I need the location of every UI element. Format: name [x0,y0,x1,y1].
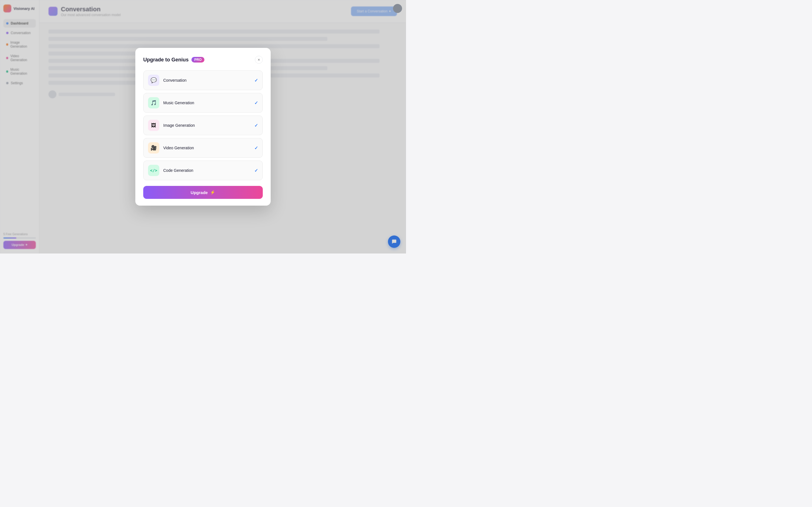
pro-badge: PRO [192,57,204,62]
image-icon: 🖼 [151,122,156,128]
feature-name-video: Video Generation [163,146,194,150]
conversation-icon-wrap: 💬 [148,75,159,86]
music-icon: 🎵 [151,100,157,106]
check-icon-music: ✓ [254,100,258,106]
code-icon: </> [150,168,157,173]
feature-left: 💬 Conversation [148,75,187,86]
feature-left: 🖼 Image Generation [148,120,195,131]
upgrade-modal: Upgrade to Genius PRO × 💬 Conversation ✓… [135,48,271,206]
feature-left: 🎵 Music Generation [148,97,194,108]
upgrade-button[interactable]: Upgrade ⚡ [143,186,263,199]
feature-name-music: Music Generation [163,101,194,105]
conversation-icon: 💬 [151,77,157,83]
feature-name-conversation: Conversation [163,78,187,82]
image-icon-wrap: 🖼 [148,120,159,131]
check-icon-image: ✓ [254,123,258,128]
modal-title: Upgrade to Genius [143,57,189,63]
feature-item-conversation[interactable]: 💬 Conversation ✓ [143,70,263,90]
music-icon-wrap: 🎵 [148,97,159,108]
modal-title-area: Upgrade to Genius PRO [143,57,204,63]
feature-item-code[interactable]: </> Code Generation ✓ [143,161,263,180]
modal-header: Upgrade to Genius PRO × [143,56,263,64]
upgrade-lightning-icon: ⚡ [210,190,215,195]
feature-name-code: Code Generation [163,168,193,173]
feature-item-video[interactable]: 🎥 Video Generation ✓ [143,138,263,158]
feature-item-image[interactable]: 🖼 Image Generation ✓ [143,115,263,135]
feature-left: 🎥 Video Generation [148,142,194,154]
code-icon-wrap: </> [148,165,159,176]
video-icon: 🎥 [151,145,157,151]
check-icon-code: ✓ [254,168,258,173]
modal-close-button[interactable]: × [255,56,263,64]
feature-item-music[interactable]: 🎵 Music Generation ✓ [143,93,263,113]
feature-name-image: Image Generation [163,123,195,128]
upgrade-label: Upgrade [191,190,208,195]
check-icon-video: ✓ [254,145,258,151]
check-icon-conversation: ✓ [254,78,258,83]
feature-list: 💬 Conversation ✓ 🎵 Music Generation ✓ 🖼 [143,70,263,180]
feature-left: </> Code Generation [148,165,193,176]
video-icon-wrap: 🎥 [148,142,159,154]
